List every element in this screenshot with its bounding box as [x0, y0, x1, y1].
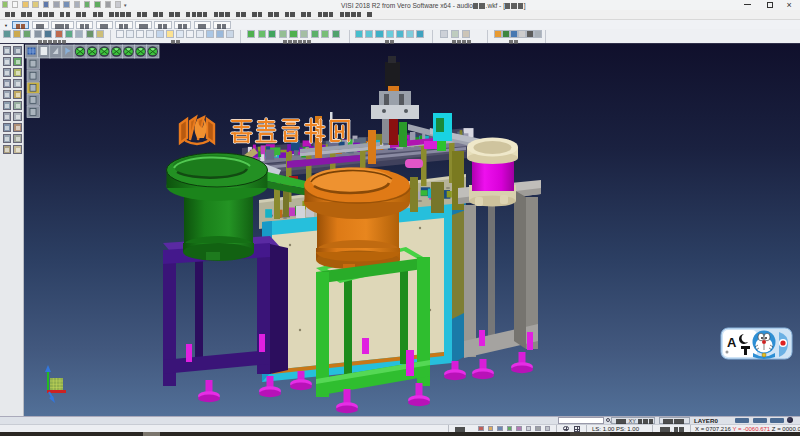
svg-text:A: A [727, 335, 737, 350]
